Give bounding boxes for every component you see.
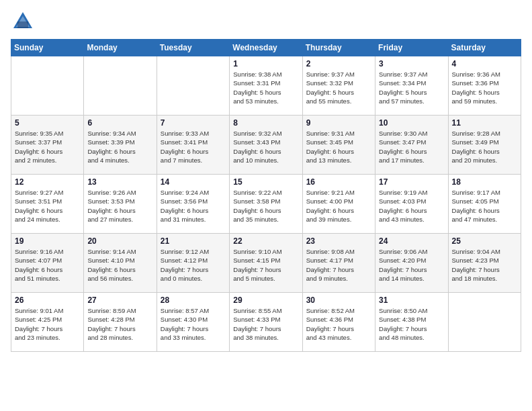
calendar-header-monday: Monday [84,40,157,56]
day-number: 28 [161,295,226,305]
day-number: 9 [306,118,371,128]
day-number: 19 [15,236,80,246]
calendar-cell: 31Sunrise: 8:50 AM Sunset: 4:38 PM Dayli… [375,293,448,352]
day-info: Sunrise: 8:59 AM Sunset: 4:28 PM Dayligh… [87,306,152,342]
day-number: 7 [161,118,226,128]
day-info: Sunrise: 9:17 AM Sunset: 4:05 PM Dayligh… [452,188,517,224]
day-number: 24 [379,236,444,246]
calendar-cell: 29Sunrise: 8:55 AM Sunset: 4:33 PM Dayli… [230,293,302,352]
day-number: 8 [233,118,298,128]
calendar-cell: 18Sunrise: 9:17 AM Sunset: 4:05 PM Dayli… [448,175,521,234]
calendar-header-wednesday: Wednesday [230,40,302,56]
calendar-cell: 1Sunrise: 9:38 AM Sunset: 3:31 PM Daylig… [230,56,302,116]
calendar-week-row: 1Sunrise: 9:38 AM Sunset: 3:31 PM Daylig… [11,56,521,116]
day-info: Sunrise: 9:27 AM Sunset: 3:51 PM Dayligh… [15,188,80,224]
day-info: Sunrise: 9:36 AM Sunset: 3:36 PM Dayligh… [452,70,517,105]
day-info: Sunrise: 9:26 AM Sunset: 3:53 PM Dayligh… [87,188,152,224]
day-number: 6 [87,118,152,128]
day-number: 16 [306,177,371,187]
calendar-cell: 13Sunrise: 9:26 AM Sunset: 3:53 PM Dayli… [84,175,157,234]
day-info: Sunrise: 9:38 AM Sunset: 3:31 PM Dayligh… [233,70,298,105]
calendar-cell [157,56,229,116]
calendar-cell: 27Sunrise: 8:59 AM Sunset: 4:28 PM Dayli… [84,293,157,352]
calendar-cell: 23Sunrise: 9:08 AM Sunset: 4:17 PM Dayli… [302,234,375,293]
day-info: Sunrise: 9:10 AM Sunset: 4:15 PM Dayligh… [233,247,298,283]
day-number: 22 [233,236,298,246]
calendar-week-row: 26Sunrise: 9:01 AM Sunset: 4:25 PM Dayli… [11,293,521,352]
calendar-header-sunday: Sunday [11,40,84,56]
day-number: 10 [379,118,444,128]
day-number: 17 [379,177,444,187]
day-info: Sunrise: 9:04 AM Sunset: 4:23 PM Dayligh… [452,247,517,283]
calendar-cell: 11Sunrise: 9:28 AM Sunset: 3:49 PM Dayli… [448,116,521,175]
day-info: Sunrise: 8:57 AM Sunset: 4:30 PM Dayligh… [161,306,226,342]
day-number: 3 [379,59,444,68]
day-number: 31 [379,295,444,305]
day-info: Sunrise: 9:06 AM Sunset: 4:20 PM Dayligh… [379,247,444,283]
calendar-cell [11,56,84,116]
day-number: 30 [306,295,371,305]
day-info: Sunrise: 9:33 AM Sunset: 3:41 PM Dayligh… [161,129,226,165]
day-info: Sunrise: 9:24 AM Sunset: 3:56 PM Dayligh… [161,188,226,224]
day-info: Sunrise: 8:55 AM Sunset: 4:33 PM Dayligh… [233,306,298,342]
day-number: 20 [87,236,152,246]
calendar-cell: 19Sunrise: 9:16 AM Sunset: 4:07 PM Dayli… [11,234,84,293]
day-info: Sunrise: 9:30 AM Sunset: 3:47 PM Dayligh… [379,129,444,165]
day-number: 26 [15,295,80,305]
calendar-cell: 9Sunrise: 9:31 AM Sunset: 3:45 PM Daylig… [302,116,375,175]
page: SundayMondayTuesdayWednesdayThursdayFrid… [0,0,532,411]
day-info: Sunrise: 9:01 AM Sunset: 4:25 PM Dayligh… [15,306,80,342]
calendar-cell: 16Sunrise: 9:21 AM Sunset: 4:00 PM Dayli… [302,175,375,234]
logo-icon [11,9,35,34]
day-info: Sunrise: 9:32 AM Sunset: 3:43 PM Dayligh… [233,129,298,165]
calendar-cell: 8Sunrise: 9:32 AM Sunset: 3:43 PM Daylig… [230,116,302,175]
day-info: Sunrise: 9:22 AM Sunset: 3:58 PM Dayligh… [233,188,298,224]
calendar-cell: 30Sunrise: 8:52 AM Sunset: 4:36 PM Dayli… [302,293,375,352]
calendar-header-thursday: Thursday [302,40,375,56]
calendar-cell: 21Sunrise: 9:12 AM Sunset: 4:12 PM Dayli… [157,234,229,293]
day-info: Sunrise: 9:21 AM Sunset: 4:00 PM Dayligh… [306,188,371,224]
day-number: 25 [452,236,517,246]
calendar-week-row: 19Sunrise: 9:16 AM Sunset: 4:07 PM Dayli… [11,234,521,293]
calendar-cell: 10Sunrise: 9:30 AM Sunset: 3:47 PM Dayli… [375,116,448,175]
calendar-cell: 4Sunrise: 9:36 AM Sunset: 3:36 PM Daylig… [448,56,521,116]
day-number: 4 [452,59,517,68]
calendar-table: SundayMondayTuesdayWednesdayThursdayFrid… [11,39,521,352]
day-info: Sunrise: 9:14 AM Sunset: 4:10 PM Dayligh… [87,247,152,283]
calendar-cell: 5Sunrise: 9:35 AM Sunset: 3:37 PM Daylig… [11,116,84,175]
day-info: Sunrise: 9:16 AM Sunset: 4:07 PM Dayligh… [15,247,80,283]
svg-rect-2 [17,21,28,28]
day-info: Sunrise: 9:31 AM Sunset: 3:45 PM Dayligh… [306,129,371,165]
calendar-header-friday: Friday [375,40,448,56]
calendar-cell: 28Sunrise: 8:57 AM Sunset: 4:30 PM Dayli… [157,293,229,352]
calendar-cell: 17Sunrise: 9:19 AM Sunset: 4:03 PM Dayli… [375,175,448,234]
day-number: 21 [161,236,226,246]
day-info: Sunrise: 9:28 AM Sunset: 3:49 PM Dayligh… [452,129,517,165]
calendar-week-row: 5Sunrise: 9:35 AM Sunset: 3:37 PM Daylig… [11,116,521,175]
calendar-week-row: 12Sunrise: 9:27 AM Sunset: 3:51 PM Dayli… [11,175,521,234]
calendar-cell [84,56,157,116]
day-info: Sunrise: 8:50 AM Sunset: 4:38 PM Dayligh… [379,306,444,342]
calendar-cell: 24Sunrise: 9:06 AM Sunset: 4:20 PM Dayli… [375,234,448,293]
day-number: 23 [306,236,371,246]
calendar-cell: 6Sunrise: 9:34 AM Sunset: 3:39 PM Daylig… [84,116,157,175]
calendar-cell: 25Sunrise: 9:04 AM Sunset: 4:23 PM Dayli… [448,234,521,293]
day-number: 5 [15,118,80,128]
day-info: Sunrise: 9:37 AM Sunset: 3:32 PM Dayligh… [306,70,371,105]
day-info: Sunrise: 9:08 AM Sunset: 4:17 PM Dayligh… [306,247,371,283]
calendar-cell: 12Sunrise: 9:27 AM Sunset: 3:51 PM Dayli… [11,175,84,234]
day-info: Sunrise: 9:34 AM Sunset: 3:39 PM Dayligh… [87,129,152,165]
logo [11,9,38,34]
day-number: 11 [452,118,517,128]
header [11,7,521,34]
day-info: Sunrise: 9:19 AM Sunset: 4:03 PM Dayligh… [379,188,444,224]
day-info: Sunrise: 9:12 AM Sunset: 4:12 PM Dayligh… [161,247,226,283]
day-number: 12 [15,177,80,187]
calendar-header-tuesday: Tuesday [157,40,229,56]
calendar-cell: 26Sunrise: 9:01 AM Sunset: 4:25 PM Dayli… [11,293,84,352]
day-info: Sunrise: 8:52 AM Sunset: 4:36 PM Dayligh… [306,306,371,342]
calendar-cell: 7Sunrise: 9:33 AM Sunset: 3:41 PM Daylig… [157,116,229,175]
calendar-cell: 20Sunrise: 9:14 AM Sunset: 4:10 PM Dayli… [84,234,157,293]
day-number: 27 [87,295,152,305]
day-number: 29 [233,295,298,305]
